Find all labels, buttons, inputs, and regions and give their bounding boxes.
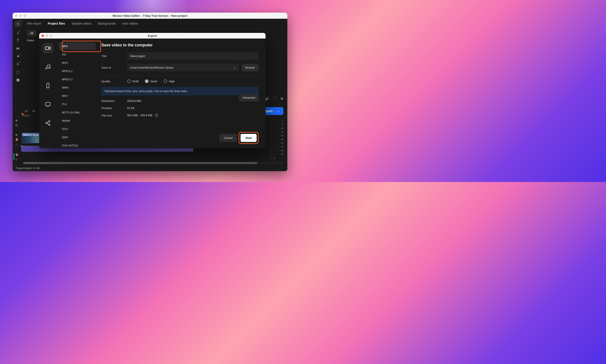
effects-icon[interactable]: ✦ [16,54,20,58]
filesize-value: 56.0 MB - 209.9 MB ? [127,114,158,117]
title-label: Title [102,54,127,58]
track-controls-1: ◉ ⛓ [15,119,18,127]
duration-value: 01:58 [127,106,134,110]
minimize-dot[interactable] [46,34,48,37]
filesize-label: File size [102,114,127,117]
format-swf[interactable]: SWF [59,133,96,141]
zoom-dot[interactable] [50,34,53,37]
app-title: Movavi Video Editor – 7-Day Trial Versio… [113,14,187,17]
export-dialog-title: Export [148,34,157,38]
title-input[interactable] [127,52,258,60]
track-controls-3: 🔇 ⊘ [15,153,18,161]
quality-label: Quality [102,80,127,83]
export-titlebar: Export [39,33,266,39]
tab-backgrounds[interactable]: Backgrounds [98,22,116,25]
svg-point-1 [46,67,47,69]
category-tv-icon[interactable] [43,99,53,109]
category-audio-icon[interactable] [43,62,53,72]
export-footer: Cancel Start [219,132,258,144]
format-mov[interactable]: MOV [59,59,96,67]
chevron-down-icon: ⌄ [233,66,236,69]
format-mp4[interactable]: MP4 [59,42,96,50]
eye-icon[interactable]: ◉ [15,133,18,136]
quality-draft-radio[interactable]: Draft [127,79,138,83]
ruler-start: 0:00:00 [22,115,30,117]
sticker-icon[interactable]: ☺ [16,62,20,66]
mute-icon[interactable]: 🔇 [15,138,18,141]
timeline-scrollbar[interactable] [23,162,284,164]
format-avi[interactable]: AVI [59,51,96,58]
quality-high-label: High [169,80,175,83]
quality-draft-label: Draft [132,80,138,83]
project-length-label: Project length: 01:58 [16,167,40,170]
format-dvd-ntsc[interactable]: DVD (NTSC) [59,142,96,148]
format-webm[interactable]: WebM [59,117,96,125]
fullscreen-icon[interactable]: ⛶ [273,97,276,101]
video-clip[interactable]: Nature Is Speak [22,133,41,143]
transition-icon[interactable]: ⋈ [16,46,20,51]
tab-project-files[interactable]: Project files [48,22,65,25]
tab-intro-videos[interactable]: Intro videos [122,22,138,25]
export-dialog: Export MP4 AVI MOV MPEG-1 MPEG-2 [39,33,266,148]
format-flv[interactable]: FLV [59,100,96,108]
quality-good-label: Good [150,80,157,83]
category-video-icon[interactable] [43,43,53,53]
quality-info: Standard export time, size, and quality.… [102,87,258,95]
browse-button[interactable]: Browse [241,64,258,71]
category-share-icon[interactable] [43,118,53,128]
eye-icon[interactable]: ◉ [15,119,18,122]
format-m2ts[interactable]: M2TS (H.264) [59,109,96,116]
minimize-dot[interactable] [19,14,22,17]
format-ogv[interactable]: OGV [59,125,96,133]
undo-icon[interactable]: ↶ [32,109,35,113]
zoom-dot[interactable] [24,14,26,17]
main-titlebar: Movavi Video Editor – 7-Day Trial Versio… [13,13,287,19]
close-icon[interactable] [41,34,44,37]
start-button[interactable]: Start [241,134,257,142]
tab-sample-videos[interactable]: Sample videos [72,22,92,25]
text-icon[interactable]: T [16,38,20,43]
tool-settings-icon[interactable]: ≡⁺ [25,109,28,113]
audio-icon[interactable]: ♫ [16,30,20,35]
svg-point-2 [49,67,50,69]
advanced-button[interactable]: Advanced [239,94,258,102]
hide-icon[interactable]: ⊘ [15,158,18,161]
quality-good-radio[interactable]: Good [145,79,157,83]
download-icon[interactable]: ⬚ [16,70,20,74]
svg-point-8 [46,122,47,124]
svg-point-9 [49,124,50,125]
format-list: MP4 AVI MOV MPEG-1 MPEG-2 WMV MKV FLV M2… [57,39,98,148]
link-icon[interactable]: ⛓ [15,124,18,127]
filter-all[interactable]: All [27,30,36,36]
scrollbar-thumb[interactable] [23,162,257,164]
add-button[interactable]: ＋ [14,20,21,27]
duration-label: Duration [102,106,127,110]
more-icon[interactable]: ▦ [16,78,20,82]
track-controls-2: ◉ 🔇 ✂ [15,133,18,146]
crop-icon[interactable]: ✂ [15,143,18,146]
format-mpeg-1[interactable]: MPEG-1 [59,67,96,75]
resolution-value: 1920x1080 [127,99,141,103]
preview-controls: 🔊 ⛶ ⚙ [265,97,284,101]
svg-rect-5 [46,102,50,105]
gear-icon[interactable]: ⚙ [280,97,284,101]
quality-high-radio[interactable]: High [164,79,175,83]
format-mpeg-2[interactable]: MPEG-2 [59,76,96,83]
category-mobile-icon[interactable] [43,80,53,91]
traffic-lights [15,14,26,17]
format-wmv[interactable]: WMV [59,84,96,91]
start-highlight: Start [239,132,258,144]
format-mkv[interactable]: MKV [59,92,96,100]
mute-icon[interactable]: 🔇 [15,153,18,156]
saveto-label: Save to [102,66,127,69]
export-settings: Save video to the computer Title Save to… [98,39,266,148]
chevron-down-icon[interactable]: ⌄ [275,110,280,113]
tab-file-import[interactable]: File import [27,22,41,25]
export-categories [39,39,57,148]
info-icon[interactable]: ? [155,114,158,117]
close-dot[interactable] [15,14,17,17]
svg-line-11 [47,123,49,125]
saveto-select[interactable]: /Users/mac/Movies/Movavi Library ⌄ [127,64,239,71]
svg-point-7 [49,121,50,122]
cancel-button[interactable]: Cancel [219,134,237,142]
